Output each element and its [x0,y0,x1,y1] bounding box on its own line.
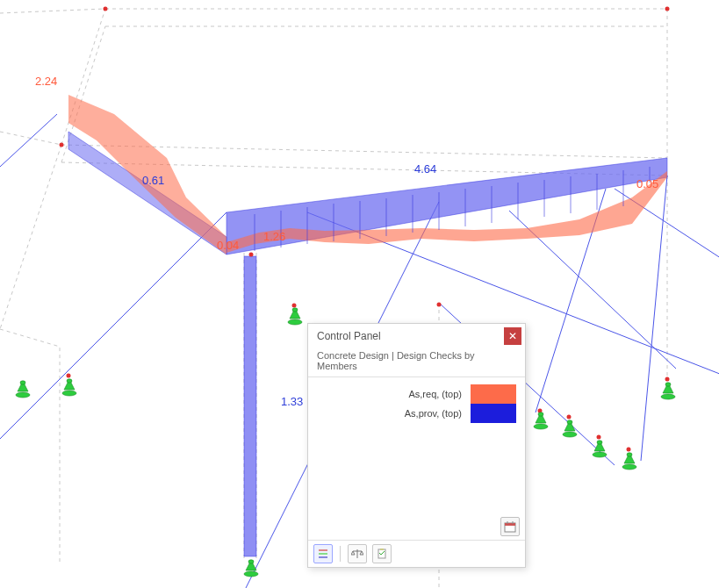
legend-row-req: As,req, (top) [317,384,516,404]
svg-point-42 [16,392,30,398]
svg-rect-79 [380,549,384,550]
legend-swatch-req [471,384,516,404]
legend-row-prov: As,prov, (top) [317,404,516,423]
svg-point-62 [597,441,602,444]
svg-point-65 [627,453,632,456]
svg-line-11 [641,176,667,461]
panel-footer [308,541,525,567]
close-icon: ✕ [508,331,517,341]
paste-icon [377,549,387,559]
support-icon [15,379,31,398]
control-panel[interactable]: Control Panel ✕ Concrete Design | Design… [307,323,526,568]
support-icon [243,558,259,577]
value-label: 0.61 [142,174,164,187]
svg-point-48 [288,319,302,325]
value-label: 1.26 [263,230,285,243]
support-icon [287,306,303,326]
svg-point-30 [104,7,108,11]
svg-point-56 [538,412,543,416]
support-icon [61,377,77,397]
legend-label-req: As,req, (top) [317,389,471,399]
balance-button[interactable] [348,544,367,563]
svg-point-32 [60,143,64,147]
svg-rect-70 [505,523,515,526]
footer-separator [340,546,341,562]
svg-point-53 [248,560,254,563]
legend-label-prov: As,prov, (top) [317,408,471,419]
svg-point-63 [622,464,636,470]
value-label: 1.33 [281,395,303,408]
svg-point-47 [67,379,72,383]
list-icon [318,549,328,559]
panel-title: Control Panel [317,330,504,342]
support-icon [533,411,549,430]
calendar-button[interactable] [500,517,520,536]
svg-point-51 [244,571,258,577]
balance-icon [351,549,363,559]
support-icon [622,451,637,470]
svg-point-36 [437,303,442,307]
svg-point-50 [292,308,298,312]
value-label: 0.04 [217,239,239,252]
panel-titlebar[interactable]: Control Panel ✕ [308,324,525,348]
paste-button[interactable] [372,544,392,563]
svg-line-12 [0,114,57,167]
svg-point-57 [563,432,577,437]
value-label: 2.24 [35,75,57,88]
panel-body: As,req, (top) As,prov, (top) [308,376,525,541]
svg-point-34 [249,253,254,257]
svg-point-60 [593,452,607,457]
list-view-button[interactable] [313,544,333,563]
support-icon [562,419,578,438]
svg-point-59 [567,420,572,424]
calendar-icon [504,520,516,533]
svg-point-45 [62,391,76,396]
support-icon [592,439,608,458]
svg-line-5 [0,212,226,439]
support-icon [660,381,676,400]
panel-subtitle: Concrete Design | Design Checks by Membe… [308,348,525,376]
value-label: 4.64 [414,162,436,176]
svg-point-54 [534,424,548,429]
svg-point-66 [661,394,675,399]
svg-point-44 [20,381,25,384]
legend-swatch-prov [471,404,516,423]
svg-point-31 [665,7,670,11]
close-button[interactable]: ✕ [504,327,521,345]
beam-prov-fill [226,158,667,255]
svg-point-68 [665,383,671,386]
column-prov-fill [244,256,256,556]
value-label: 0.05 [636,177,658,190]
